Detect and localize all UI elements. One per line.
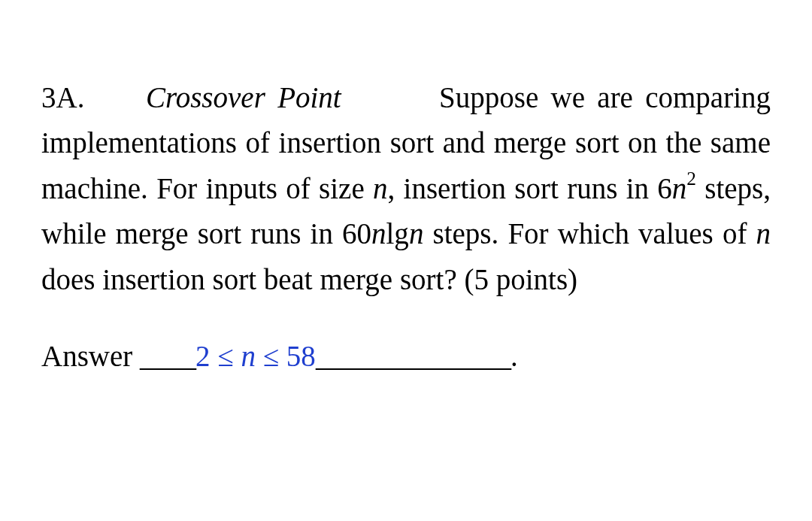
problem-body-4: steps. For which values of [423,217,756,250]
variable-n: n [672,172,687,204]
answer-label: Answer [41,340,140,372]
variable-n: n [756,217,771,250]
problem-number: 3A. [41,81,84,114]
answer-period: . [511,340,518,372]
variable-n: n [371,217,386,250]
answer-value: 2 ≤ n ≤ 58 [195,340,316,372]
answer-prefix: 2 ≤ [195,340,241,372]
variable-n: n [373,172,388,204]
answer-suffix: ≤ 58 [256,340,316,372]
variable-n: n [409,217,424,250]
blank-after: ______________ [316,340,511,372]
problem-body-2: , insertion sort runs in 6 [388,172,672,204]
answer-variable-n: n [241,340,256,372]
blank-before: ____ [140,340,195,372]
problem-body-5: does insertion sort beat merge sort? (5 … [41,263,577,295]
text-lg: lg [386,217,409,250]
exponent-2: 2 [686,168,696,189]
problem-paragraph: 3A. Crossover Point Suppose we are compa… [41,75,771,302]
answer-line: Answer ____2 ≤ n ≤ 58______________. [41,334,771,379]
problem-title: Crossover Point [146,81,341,114]
